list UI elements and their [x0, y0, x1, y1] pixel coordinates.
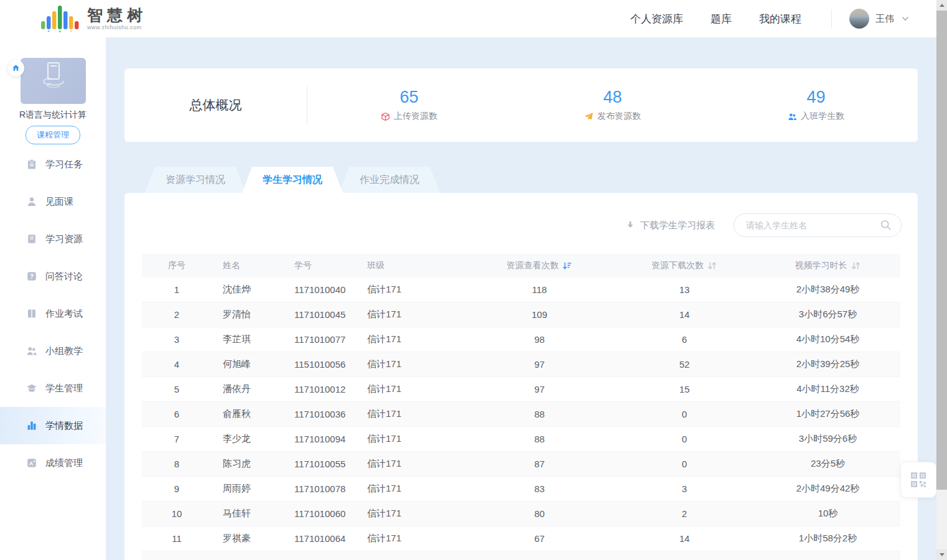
- brand-name: 智慧树: [87, 7, 147, 23]
- scroll-up-icon: [940, 4, 945, 7]
- table-cell: 3小时6分57秒: [755, 309, 900, 320]
- home-button[interactable]: [7, 60, 24, 77]
- table-row-10: 11罗祺豪1171010064信计17167141小时58分2秒: [142, 526, 900, 551]
- stat-value: 65: [399, 88, 418, 107]
- table-cell: 沈佳烨: [212, 284, 294, 296]
- sidebar-item-7[interactable]: 学情数据: [0, 407, 106, 444]
- column-label: 资源下载次数: [651, 260, 704, 271]
- top-navigation: 个人资源库 题库 我的课程 王伟: [603, 9, 910, 29]
- table-cell: 信计171: [367, 334, 465, 345]
- column-header-4[interactable]: 资源查看次数: [465, 260, 613, 271]
- table-cell: 罗清怡: [212, 309, 294, 320]
- table-cell: 马佳轩: [212, 508, 294, 520]
- course-manage-button[interactable]: 课程管理: [26, 126, 80, 144]
- table-cell: 11: [142, 533, 212, 544]
- column-label: 资源查看次数: [506, 260, 559, 271]
- table-row-3: 4何旭峰1151010056信计17197522小时39分25秒: [142, 352, 900, 377]
- column-header-5[interactable]: 资源下载次数: [613, 260, 755, 271]
- chevron-down-icon[interactable]: [900, 14, 910, 24]
- search-icon[interactable]: [880, 219, 892, 231]
- overview-stats: 65 上传资源数 48 发布资源数 49: [307, 88, 918, 123]
- sidebar-item-2[interactable]: 学习资源: [0, 220, 106, 258]
- sidebar-item-0[interactable]: 学习任务: [0, 146, 106, 183]
- download-report-button[interactable]: 下载学生学习报表: [625, 220, 715, 231]
- brand-logo[interactable]: 智慧树 www.zhihuishu.com: [40, 2, 147, 35]
- table-cell: 1171010077: [294, 334, 367, 345]
- table-cell: 87: [465, 459, 613, 469]
- table-cell: 罗祺豪: [212, 533, 294, 544]
- table-cell: 98: [465, 334, 613, 345]
- column-header-1: 姓名: [212, 260, 294, 271]
- table-cell: 6: [613, 334, 755, 345]
- table-cell: 2: [142, 309, 212, 320]
- vertical-scrollbar[interactable]: [936, 0, 947, 560]
- table-cell: 52: [613, 359, 755, 370]
- overview-title: 总体概况: [124, 96, 307, 114]
- table-cell: 2小时49分42秒: [755, 483, 900, 495]
- column-label: 序号: [168, 260, 185, 271]
- table-row-6: 7李少龙1171010094信计1718803小时59分6秒: [142, 427, 900, 452]
- nav-question-bank[interactable]: 题库: [711, 12, 732, 26]
- table-cell: 1: [142, 284, 212, 295]
- student-learning-panel: 下载学生学习报表 序号姓名学号班级资源查看次数资源下载次数视频学习时长 1沈佳烨…: [124, 193, 918, 560]
- sidebar-item-6[interactable]: 学生管理: [0, 370, 106, 407]
- table-cell: 潘依丹: [212, 383, 294, 395]
- notebook-icon: [26, 308, 37, 319]
- stat-value: 48: [603, 88, 622, 107]
- scroll-down-button[interactable]: [936, 549, 947, 560]
- table-cell: 1171010045: [294, 309, 367, 320]
- sidebar-item-label: 成绩管理: [45, 457, 83, 469]
- table-cell: 4小时10分54秒: [755, 334, 900, 345]
- table-cell: 1小时58分2秒: [755, 533, 900, 544]
- table-cell: 3: [613, 483, 755, 494]
- scrollbar-thumb[interactable]: [936, 11, 947, 490]
- column-label: 班级: [367, 260, 385, 271]
- stat-value: 49: [806, 88, 825, 107]
- sidebar-item-label: 作业考试: [45, 308, 83, 320]
- scroll-up-button[interactable]: [936, 0, 947, 11]
- sidebar-item-5[interactable]: 小组教学: [0, 332, 106, 370]
- tab-student-learning[interactable]: 学生学习情况: [242, 167, 343, 193]
- table-cell: 14: [613, 533, 755, 544]
- nav-my-courses[interactable]: 我的课程: [759, 12, 801, 26]
- table-cell: 2小时39分25秒: [755, 358, 900, 370]
- clipboard-icon: [26, 159, 37, 170]
- nav-personal-resources[interactable]: 个人资源库: [630, 12, 683, 26]
- table-cell: 信计171: [367, 284, 465, 296]
- home-icon: [11, 63, 21, 73]
- table-cell: 陈习虎: [212, 458, 294, 470]
- book-icon: [26, 233, 37, 245]
- sidebar-item-8[interactable]: A+成绩管理: [0, 444, 106, 482]
- sidebar-item-3[interactable]: ?问答讨论: [0, 258, 106, 295]
- table-cell: 88: [465, 409, 613, 419]
- download-icon: [625, 220, 635, 230]
- table-cell: 4小时11分32秒: [755, 383, 900, 395]
- column-header-6[interactable]: 视频学习时长: [755, 260, 900, 271]
- qr-code-button[interactable]: [900, 462, 936, 498]
- column-label: 姓名: [223, 260, 240, 271]
- table-cell: 10秒: [755, 508, 900, 520]
- table-cell: 信计171: [367, 483, 465, 495]
- search-input[interactable]: [734, 213, 902, 237]
- table-cell: 9: [142, 483, 212, 494]
- sidebar-item-label: 小组教学: [45, 345, 83, 357]
- stat-label: 入班学生数: [801, 111, 844, 122]
- sidebar-item-4[interactable]: 作业考试: [0, 295, 106, 332]
- avatar[interactable]: [849, 9, 869, 29]
- table-cell: 李少龙: [212, 433, 294, 445]
- table-cell: 2小时38分49秒: [755, 284, 900, 296]
- table-cell: 周雨婷: [212, 483, 294, 495]
- course-book-icon: [25, 60, 82, 101]
- main-content: 总体概况 65 上传资源数 48 发布资源数: [106, 37, 936, 560]
- user-menu[interactable]: 王伟: [849, 9, 910, 29]
- table-cell: 2: [613, 508, 755, 519]
- table-cell: 0: [613, 459, 755, 469]
- table-toolbar: 下载学生学习报表: [625, 213, 902, 237]
- sidebar-item-label: 学习资源: [45, 233, 83, 245]
- table-row-9: 10马佳轩1171010060信计17180210秒: [142, 502, 900, 526]
- tab-homework-completion[interactable]: 作业完成情况: [339, 167, 440, 193]
- tab-resource-learning[interactable]: 资源学习情况: [145, 167, 246, 193]
- sidebar-item-1[interactable]: 见面课: [0, 183, 106, 220]
- table-header-row: 序号姓名学号班级资源查看次数资源下载次数视频学习时长: [142, 254, 900, 278]
- course-cover: [21, 58, 86, 104]
